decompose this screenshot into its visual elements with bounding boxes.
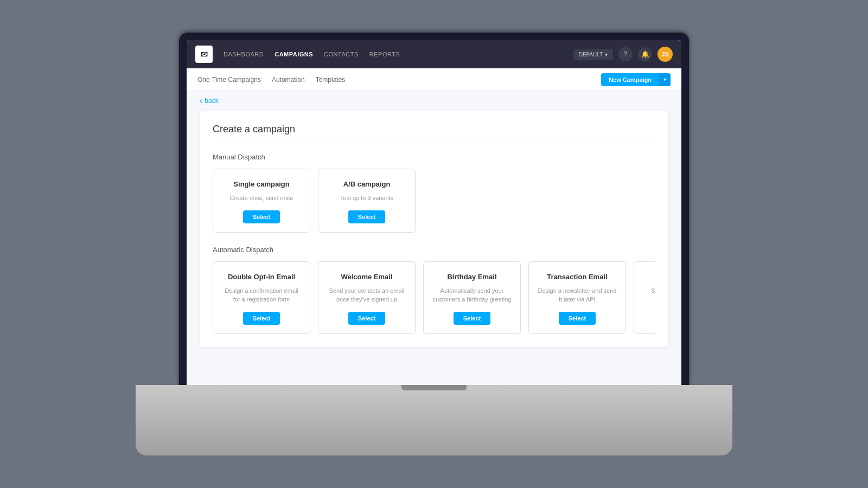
- welcome-email-desc: Send your contacts an email once they've…: [327, 286, 406, 304]
- manual-dispatch-label: Manual Dispatch: [213, 153, 655, 161]
- email-series-card[interactable]: Email Se… Send the same email to subscri…: [634, 261, 655, 334]
- welcome-email-select[interactable]: Select: [348, 312, 385, 325]
- navbar: ✉ DASHBOARD CAMPAIGNS CONTACTS REPORTS D…: [187, 40, 681, 68]
- back-bar: back: [187, 91, 681, 111]
- workspace-label: DEFAULT: [579, 52, 603, 57]
- automatic-dispatch-cards: Double Opt-in Email Design a confirmatio…: [213, 261, 655, 334]
- birthday-email-select[interactable]: Select: [454, 312, 490, 325]
- nav-right: DEFAULT ▾ ? 🔔 JS: [573, 47, 673, 62]
- avatar[interactable]: JS: [658, 47, 673, 62]
- single-campaign-card[interactable]: Single campaign Create once, send once S…: [213, 169, 310, 233]
- new-campaign-wrapper: New Campaign ▾: [601, 73, 671, 86]
- transaction-email-desc: Design a newsletter and send it later vi…: [538, 286, 617, 304]
- transaction-email-title: Transaction Email: [547, 273, 607, 281]
- nav-dashboard[interactable]: DASHBOARD: [224, 49, 264, 60]
- email-series-desc: Send the same email to subscribers on a…: [643, 286, 655, 304]
- subnav-links: One-Time Campaigns Automation Templates: [197, 76, 345, 84]
- birthday-email-desc: Automatically send your customers a birt…: [432, 286, 512, 304]
- nav-reports[interactable]: REPORTS: [369, 49, 400, 60]
- welcome-email-card[interactable]: Welcome Email Send your contacts an emai…: [318, 261, 416, 334]
- subnav: One-Time Campaigns Automation Templates …: [187, 68, 681, 91]
- ab-campaign-desc: Test up to 9 variants: [340, 194, 393, 203]
- main-content: back Create a campaign Manual Dispatch S…: [187, 91, 681, 385]
- back-link[interactable]: back: [200, 97, 219, 105]
- ab-campaign-card[interactable]: A/B campaign Test up to 9 variants Selec…: [318, 169, 416, 233]
- subnav-templates[interactable]: Templates: [316, 76, 346, 84]
- automatic-dispatch-label: Automatic Dispatch: [213, 246, 655, 254]
- birthday-email-card[interactable]: Birthday Email Automatically send your c…: [423, 261, 521, 334]
- double-optin-select[interactable]: Select: [243, 312, 280, 325]
- workspace-selector[interactable]: DEFAULT ▾: [573, 49, 613, 60]
- new-campaign-button[interactable]: New Campaign: [601, 73, 659, 86]
- ab-campaign-title: A/B campaign: [343, 180, 391, 188]
- subnav-one-time[interactable]: One-Time Campaigns: [197, 76, 261, 84]
- nav-contacts[interactable]: CONTACTS: [324, 49, 359, 60]
- subnav-automation[interactable]: Automation: [272, 76, 305, 84]
- notifications-icon[interactable]: 🔔: [638, 47, 652, 61]
- create-campaign-card: Create a campaign Manual Dispatch Single…: [200, 111, 668, 347]
- transaction-email-card[interactable]: Transaction Email Design a newsletter an…: [528, 261, 626, 334]
- laptop-base: [136, 385, 732, 455]
- new-campaign-dropdown[interactable]: ▾: [659, 73, 671, 86]
- page-title: Create a campaign: [213, 124, 655, 144]
- birthday-email-title: Birthday Email: [447, 273, 496, 281]
- automatic-dispatch-section: Automatic Dispatch Double Opt-in Email D…: [213, 246, 655, 334]
- manual-dispatch-section: Manual Dispatch Single campaign Create o…: [213, 153, 655, 233]
- welcome-email-title: Welcome Email: [341, 273, 392, 281]
- workspace-dropdown-icon: ▾: [605, 52, 608, 57]
- double-optin-desc: Design a confirmation email for a regist…: [222, 286, 301, 304]
- app-logo: ✉: [195, 46, 213, 63]
- double-optin-title: Double Opt-in Email: [228, 273, 295, 281]
- single-campaign-title: Single campaign: [233, 180, 289, 188]
- nav-links: DASHBOARD CAMPAIGNS CONTACTS REPORTS: [224, 49, 573, 60]
- ab-campaign-select[interactable]: Select: [348, 210, 385, 223]
- single-campaign-desc: Create once, send once: [230, 194, 293, 203]
- manual-dispatch-cards: Single campaign Create once, send once S…: [213, 169, 655, 233]
- double-optin-card[interactable]: Double Opt-in Email Design a confirmatio…: [213, 261, 310, 334]
- single-campaign-select[interactable]: Select: [243, 210, 280, 223]
- help-icon[interactable]: ?: [618, 47, 633, 61]
- nav-campaigns[interactable]: CAMPAIGNS: [275, 49, 313, 60]
- transaction-email-select[interactable]: Select: [559, 312, 596, 325]
